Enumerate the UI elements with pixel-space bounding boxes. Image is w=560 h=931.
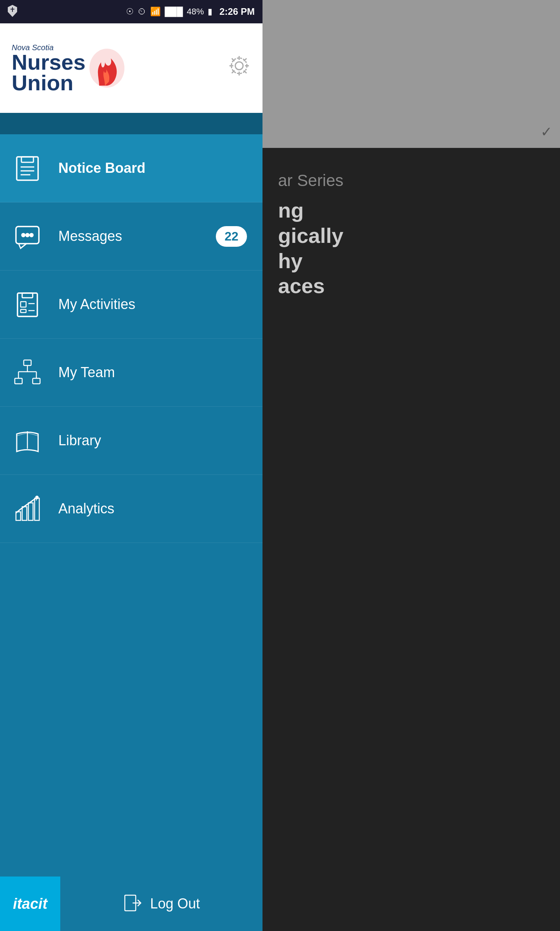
svg-point-9 — [22, 234, 25, 237]
status-bar: ☉ ⏲ 📶 ███ 48% ▮ 2:26 PM — [0, 0, 262, 23]
svg-rect-20 — [33, 378, 40, 384]
right-text-1: ar Series — [278, 171, 544, 190]
svg-point-10 — [26, 234, 29, 237]
my-activities-icon — [12, 289, 43, 320]
my-activities-label: My Activities — [58, 296, 135, 313]
nav-item-my-team[interactable]: My Team — [0, 339, 262, 407]
checkmark-icon: ✓ — [541, 124, 552, 140]
nav-item-messages[interactable]: Messages 22 — [0, 202, 262, 271]
logout-button[interactable]: Log Out — [60, 893, 262, 914]
svg-rect-28 — [35, 498, 39, 520]
messages-badge: 22 — [216, 226, 247, 247]
right-panel: ✓ ar Series ng gically hy aces — [262, 0, 560, 931]
status-time: 2:26 PM — [219, 6, 255, 17]
battery-icon: ▮ — [208, 7, 212, 17]
svg-rect-4 — [21, 157, 33, 162]
nav-item-library[interactable]: Library — [0, 407, 262, 475]
svg-rect-13 — [22, 293, 33, 298]
nav-item-notice-board[interactable]: Notice Board — [0, 134, 262, 202]
bluetooth-icon: ☉ — [126, 7, 134, 17]
right-text-line5: aces — [278, 273, 544, 299]
clock-icon: ⏲ — [138, 7, 146, 17]
app-footer: itacit Log Out — [0, 877, 262, 931]
svg-point-11 — [30, 234, 33, 237]
svg-rect-19 — [15, 378, 22, 384]
notice-board-icon — [12, 153, 43, 184]
logo-text: Nova Scotia Nurses Union — [12, 43, 86, 93]
logout-icon — [123, 893, 142, 914]
signal-icon: ███ — [164, 7, 183, 17]
nav-item-analytics[interactable]: Analytics — [0, 475, 262, 543]
svg-rect-16 — [21, 309, 26, 313]
right-bottom-area: ar Series ng gically hy aces — [262, 148, 560, 931]
logo: Nova Scotia Nurses Union — [12, 43, 126, 93]
library-label: Library — [58, 432, 101, 449]
right-text-line3: gically — [278, 223, 544, 248]
logo-union: Union — [12, 72, 86, 93]
divider-bar — [0, 113, 262, 134]
logo-nurses: Nurses — [12, 52, 86, 72]
right-top-area: ✓ — [262, 0, 560, 148]
analytics-icon — [12, 493, 43, 524]
footer-brand: itacit — [0, 877, 60, 931]
svg-rect-3 — [17, 157, 38, 180]
svg-rect-26 — [22, 507, 27, 520]
logo-flame-icon — [88, 47, 126, 90]
navigation-menu: Notice Board Messages 22 — [0, 134, 262, 931]
brand-name: itacit — [13, 896, 47, 912]
my-team-icon — [12, 357, 43, 388]
right-text-line4: hy — [278, 248, 544, 274]
right-text-2: ng gically hy aces — [278, 198, 544, 299]
messages-icon — [12, 221, 43, 252]
settings-button[interactable] — [228, 54, 251, 82]
logout-label: Log Out — [150, 896, 200, 912]
library-icon — [12, 425, 43, 456]
wifi-icon: 📶 — [150, 7, 161, 17]
my-team-label: My Team — [58, 364, 115, 381]
right-text-line2: ng — [278, 198, 544, 223]
messages-label: Messages — [58, 228, 122, 244]
analytics-label: Analytics — [58, 501, 114, 517]
nav-item-my-activities[interactable]: My Activities — [0, 271, 262, 339]
svg-point-1 — [235, 62, 243, 70]
status-icons: ☉ ⏲ 📶 ███ 48% ▮ 2:26 PM — [126, 6, 255, 17]
svg-rect-27 — [28, 503, 33, 520]
svg-rect-14 — [21, 302, 26, 307]
app-icon — [6, 4, 19, 19]
app-header: Nova Scotia Nurses Union — [0, 23, 262, 113]
notice-board-label: Notice Board — [58, 160, 145, 176]
battery-percent: 48% — [187, 7, 204, 17]
svg-rect-18 — [24, 360, 31, 365]
